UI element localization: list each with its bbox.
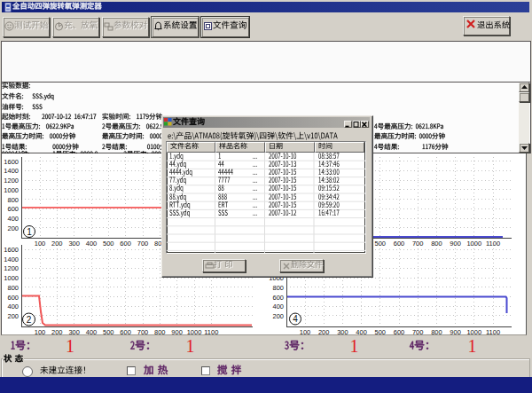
svg-text:800: 800: [154, 328, 166, 336]
svg-text:600: 600: [394, 240, 405, 248]
svg-text:100: 100: [35, 328, 46, 336]
svg-text:200: 200: [51, 240, 63, 248]
svg-text:1200: 1200: [4, 177, 19, 185]
svg-text:1600: 1600: [4, 246, 19, 254]
svg-text:800: 800: [7, 196, 19, 204]
svg-text:700: 700: [412, 328, 424, 336]
svg-text:800: 800: [7, 284, 19, 292]
svg-text:700: 700: [137, 240, 149, 248]
svg-text:1000: 1000: [4, 186, 19, 194]
svg-text:500: 500: [103, 240, 114, 248]
svg-text:1600: 1600: [4, 158, 19, 166]
svg-text:400: 400: [356, 328, 367, 336]
svg-text:200: 200: [51, 328, 63, 336]
svg-text:4: 4: [293, 314, 298, 324]
svg-text:200: 200: [318, 328, 330, 336]
svg-text:400: 400: [272, 303, 284, 310]
svg-text:200: 200: [7, 224, 19, 232]
svg-text:500: 500: [375, 328, 387, 336]
svg-text:400: 400: [7, 215, 19, 223]
svg-text:1400: 1400: [4, 167, 19, 175]
svg-text:900: 900: [171, 328, 183, 336]
svg-text:900: 900: [450, 328, 461, 336]
svg-text:600: 600: [120, 328, 131, 336]
svg-text:1400: 1400: [4, 255, 19, 263]
svg-text:100: 100: [300, 328, 311, 336]
svg-text:300: 300: [68, 240, 80, 248]
svg-text:800: 800: [431, 240, 442, 248]
svg-text:800: 800: [431, 328, 442, 336]
svg-text:400: 400: [7, 303, 19, 310]
svg-text:400: 400: [86, 328, 98, 336]
svg-text:300: 300: [68, 328, 80, 336]
svg-text:1000: 1000: [187, 328, 202, 336]
svg-text:600: 600: [394, 328, 405, 336]
svg-text:1100: 1100: [204, 328, 218, 336]
svg-text:1000: 1000: [466, 240, 481, 248]
svg-text:400: 400: [86, 240, 98, 248]
svg-text:2: 2: [27, 315, 32, 325]
svg-text:200: 200: [7, 312, 19, 320]
svg-text:600: 600: [120, 240, 131, 248]
svg-text:1100: 1100: [486, 328, 500, 336]
svg-text:1200: 1200: [4, 264, 19, 272]
svg-text:1000: 1000: [466, 328, 481, 336]
svg-text:500: 500: [375, 240, 387, 248]
svg-text:200: 200: [272, 312, 284, 320]
svg-text:300: 300: [337, 328, 348, 336]
svg-text:600: 600: [7, 294, 19, 302]
svg-text:800: 800: [272, 284, 284, 292]
svg-text:700: 700: [412, 240, 424, 248]
svg-text:1100: 1100: [486, 240, 500, 248]
svg-text:1000: 1000: [4, 274, 19, 282]
svg-text:100: 100: [35, 240, 46, 248]
svg-text:1: 1: [27, 227, 32, 237]
svg-text:500: 500: [103, 328, 114, 336]
svg-text:600: 600: [272, 294, 284, 302]
svg-text:900: 900: [450, 240, 461, 248]
svg-text:700: 700: [137, 328, 149, 336]
svg-text:600: 600: [7, 205, 19, 213]
